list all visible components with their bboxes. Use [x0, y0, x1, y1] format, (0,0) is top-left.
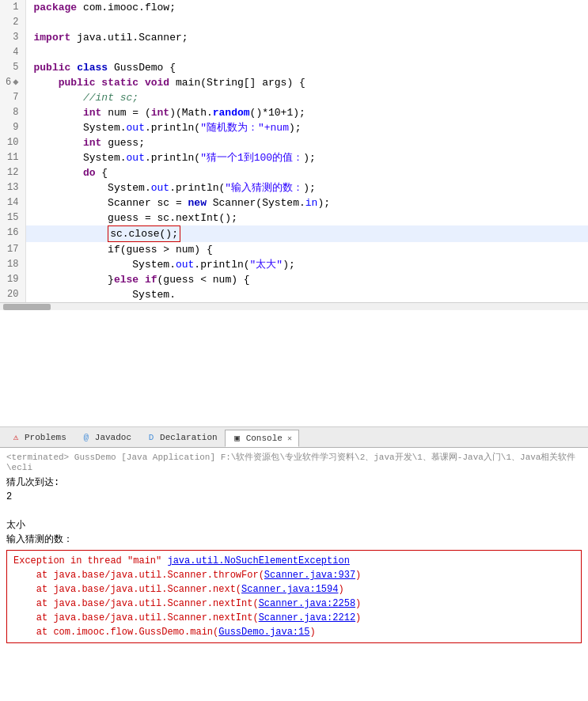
line-number-4: 4	[0, 45, 25, 60]
tab-problems[interactable]: ⚠ Problems	[3, 429, 74, 446]
line-content-5: public class GussDemo {	[25, 60, 588, 75]
line-content-19: }else if(guess < num) {	[25, 272, 588, 287]
exception-link-nosuchelement[interactable]: java.util.NoSuchElementException	[167, 555, 349, 566]
code-token-kw: int	[83, 107, 101, 119]
red-box-code: sc.close();	[108, 225, 180, 242]
line-number-14: 14	[0, 195, 25, 210]
line-content-12: do {	[25, 165, 588, 180]
tab-javadoc[interactable]: @ Javadoc	[74, 429, 138, 446]
line-number-20: 20	[0, 287, 25, 302]
console-close-icon[interactable]: ✕	[287, 434, 292, 443]
console-icon: ▣	[232, 433, 243, 444]
code-line-2: 2	[0, 15, 588, 30]
code-line-7: 7 //int sc;	[0, 90, 588, 105]
tab-console[interactable]: ▣ Console ✕	[225, 430, 299, 447]
code-line-19: 19 }else if(guess < num) {	[0, 272, 588, 287]
code-token-kw: int	[83, 137, 101, 149]
exception-main-line: Exception in thread "main" java.util.NoS…	[13, 554, 575, 568]
code-token-str: "输入猜测的数：	[225, 182, 303, 194]
exception-stack-4: at java.base/java.util.Scanner.nextInt(S…	[13, 611, 575, 625]
code-line-8: 8 int num = (int)(Math.random()*10+1);	[0, 105, 588, 120]
exception-link-scanner2258[interactable]: Scanner.java:2258	[259, 598, 355, 609]
line-number-2: 2	[0, 15, 25, 30]
code-token-kw2: class	[77, 62, 108, 74]
code-line-18: 18 System.out.println("太大");	[0, 257, 588, 272]
code-token-method: random	[213, 107, 250, 119]
code-token-kw: public	[59, 77, 96, 89]
line-content-3: import java.util.Scanner;	[25, 30, 588, 45]
code-line-9: 9 System.out.println("随机数为："+num);	[0, 120, 588, 135]
code-table: 1package com.imooc.flow;2 3import java.u…	[0, 0, 588, 302]
code-token-kw: static	[101, 77, 138, 89]
console-output-3: 输入猜测的数：	[6, 532, 582, 547]
console-output-blank	[6, 504, 582, 518]
line-content-11: System.out.println("猜一个1到100的值：);	[25, 150, 588, 165]
code-line-14: 14 Scanner sc = new Scanner(System.in);	[0, 195, 588, 210]
console-output-1: 2	[6, 490, 582, 504]
bottom-panel: ⚠ Problems @ Javadoc D Declaration ▣ Con…	[0, 427, 588, 701]
exception-box: Exception in thread "main" java.util.NoS…	[6, 550, 582, 643]
editor-area: 1package com.imooc.flow;2 3import java.u…	[0, 0, 588, 427]
code-line-16: 16 sc.close();	[0, 225, 588, 242]
code-line-10: 10 int guess;	[0, 135, 588, 150]
line-number-19: 19	[0, 272, 25, 287]
line-content-4	[25, 45, 588, 60]
code-line-11: 11 System.out.println("猜一个1到100的值：);	[0, 150, 588, 165]
exception-link-scanner937[interactable]: Scanner.java:937	[264, 570, 355, 581]
tab-problems-label: Problems	[25, 433, 66, 442]
line-number-17: 17	[0, 242, 25, 257]
line-content-1: package com.imooc.flow;	[25, 0, 588, 15]
line-number-10: 10	[0, 135, 25, 150]
code-line-3: 3import java.util.Scanner;	[0, 30, 588, 45]
line-number-9: 9	[0, 120, 25, 135]
tab-bar: ⚠ Problems @ Javadoc D Declaration ▣ Con…	[0, 427, 588, 448]
code-token-kw: int	[151, 107, 169, 119]
code-line-1: 1package com.imooc.flow;	[0, 0, 588, 15]
line-number-5: 5	[0, 60, 25, 75]
code-token-kw: if	[145, 274, 157, 286]
exception-link-gussdemo[interactable]: GussDemo.java:15	[218, 627, 309, 638]
console-output-0: 猜几次到达:	[6, 476, 582, 490]
exception-stack-2: at java.base/java.util.Scanner.next(Scan…	[13, 582, 575, 597]
line-number-13: 13	[0, 180, 25, 195]
code-token-str: "猜一个1到100的值：	[200, 152, 303, 164]
code-token-field: out	[176, 259, 194, 271]
code-token-comment: //int sc;	[83, 92, 138, 104]
code-token-kw2: new	[188, 197, 207, 209]
tab-javadoc-label: Javadoc	[95, 433, 131, 442]
code-line-17: 17 if(guess > num) {	[0, 242, 588, 257]
code-token-field: in	[305, 197, 318, 209]
scrollbar-thumb[interactable]	[3, 304, 51, 310]
tab-declaration[interactable]: D Declaration	[138, 429, 225, 446]
line-content-13: System.out.println("输入猜测的数：);	[25, 180, 588, 195]
exception-link-scanner1594[interactable]: Scanner.java:1594	[241, 584, 338, 595]
console-content: <terminated> GussDemo [Java Application]…	[0, 448, 588, 701]
code-line-15: 15 guess = sc.nextInt();	[0, 210, 588, 225]
code-line-6: 6◆ public static void main(String[] args…	[0, 75, 588, 90]
line-content-16: sc.close();	[25, 225, 588, 242]
code-token-kw: package	[34, 2, 78, 13]
line-number-7: 7	[0, 90, 25, 105]
exception-stack-3: at java.base/java.util.Scanner.nextInt(S…	[13, 597, 575, 611]
code-line-13: 13 System.out.println("输入猜测的数：);	[0, 180, 588, 195]
line-content-20: System.	[25, 287, 588, 302]
code-token-field: out	[127, 122, 145, 134]
line-number-16: 16	[0, 225, 25, 242]
horizontal-scrollbar[interactable]	[0, 302, 588, 310]
exception-link-scanner2212[interactable]: Scanner.java:2212	[259, 612, 355, 623]
line-number-6: 6◆	[0, 75, 25, 90]
code-token-kw: public	[34, 62, 71, 74]
code-token-field: out	[151, 182, 169, 194]
line-content-7: //int sc;	[25, 90, 588, 105]
declaration-icon: D	[146, 432, 157, 443]
console-output-2: 太小	[6, 518, 582, 532]
line-content-17: if(guess > num) {	[25, 242, 588, 257]
line-number-1: 1	[0, 0, 25, 15]
code-line-12: 12 do {	[0, 165, 588, 180]
code-token-kw: import	[34, 32, 71, 44]
code-line-5: 5public class GussDemo {	[0, 60, 588, 75]
line-number-15: 15	[0, 210, 25, 225]
line-content-10: int guess;	[25, 135, 588, 150]
line-number-3: 3	[0, 30, 25, 45]
code-token-kw: else	[114, 274, 138, 286]
